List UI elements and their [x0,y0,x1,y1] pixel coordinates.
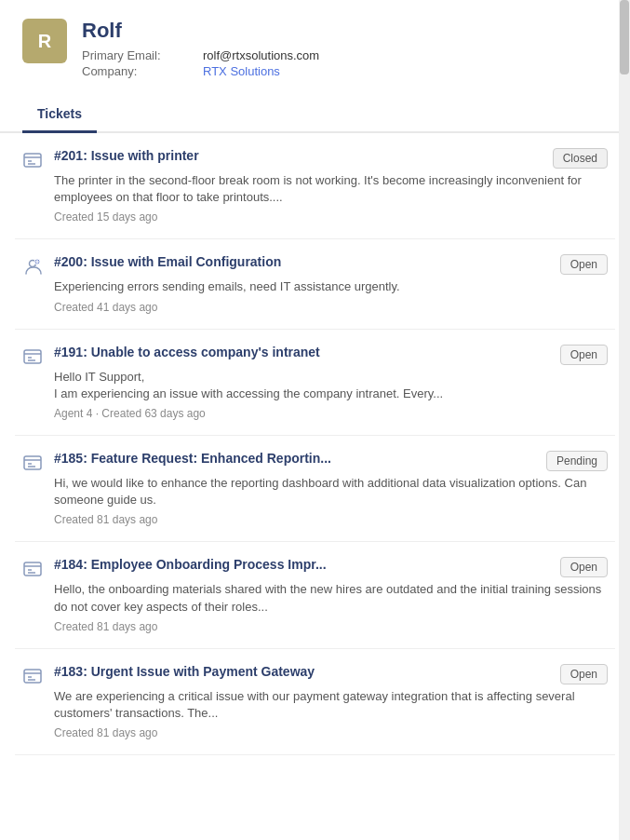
svg-rect-8 [24,350,41,363]
tabs-section: Tickets [0,97,630,133]
ticket-meta: Agent 4 · Created 63 days ago [54,407,608,420]
ticket-icon [22,559,43,579]
ticket-meta: Created 81 days ago [54,513,608,526]
table-row: #200: Issue with Email Configuration Ope… [15,239,615,329]
ticket-icon [22,453,43,473]
status-badge: Closed [553,148,608,169]
tab-tickets[interactable]: Tickets [22,97,97,133]
ticket-icon [22,346,43,367]
ticket-title-row: #184: Employee Onboarding Process Impr..… [54,557,608,577]
ticket-meta: Created 41 days ago [54,301,608,314]
ticket-title[interactable]: #200: Issue with Email Configuration [54,254,553,269]
ticket-icon [22,150,43,170]
ticket-icon [22,256,43,277]
ticket-meta: Created 81 days ago [54,620,608,633]
ticket-content: #200: Issue with Email Configuration Ope… [54,254,608,313]
table-row: #183: Urgent Issue with Payment Gateway … [15,649,615,755]
ticket-content: #183: Urgent Issue with Payment Gateway … [54,664,608,739]
ticket-body: Hello, the onboarding materials shared w… [54,581,608,615]
status-badge: Open [560,557,608,577]
ticket-meta: Created 15 days ago [54,210,608,224]
ticket-content: #191: Unable to access company's intrane… [54,345,608,420]
status-badge: Open [560,345,608,365]
email-label: Primary Email: [82,48,203,62]
scrollbar-thumb[interactable] [620,0,629,75]
ticket-content: #185: Feature Request: Enhanced Reportin… [54,451,608,526]
ticket-content: #201: Issue with printer Closed The prin… [54,148,608,224]
ticket-title[interactable]: #201: Issue with printer [54,148,545,163]
ticket-meta: Created 81 days ago [54,726,608,739]
table-row: #184: Employee Onboarding Process Impr..… [15,542,615,648]
ticket-list: #201: Issue with printer Closed The prin… [0,133,630,755]
status-badge: Pending [546,451,608,471]
status-badge: Open [560,254,608,275]
ticket-body: Experiencing errors sending emails, need… [54,278,608,295]
ticket-body: The printer in the second-floor break ro… [54,172,608,206]
ticket-title-row: #183: Urgent Issue with Payment Gateway … [54,664,608,684]
ticket-body: Hello IT Support, I am experiencing an i… [54,369,608,402]
ticket-content: #184: Employee Onboarding Process Impr..… [54,557,608,632]
profile-info: Rolf Primary Email: rolf@rtxsolutions.co… [82,19,608,78]
svg-rect-12 [24,456,41,469]
ticket-body: We are experiencing a critical issue wit… [54,688,608,722]
avatar-initial: R [38,31,51,52]
ticket-body: Hi, we would like to enhance the reporti… [54,475,608,508]
ticket-title-row: #185: Feature Request: Enhanced Reportin… [54,451,608,471]
ticket-title-row: #191: Unable to access company's intrane… [54,345,608,365]
svg-rect-0 [24,154,41,167]
ticket-title-row: #201: Issue with printer Closed [54,148,608,169]
svg-rect-20 [24,670,41,683]
ticket-title[interactable]: #183: Urgent Issue with Payment Gateway [54,664,553,679]
table-row: #201: Issue with printer Closed The prin… [15,133,615,239]
svg-rect-16 [24,562,41,576]
profile-meta: Primary Email: rolf@rtxsolutions.com Com… [82,48,608,78]
company-label: Company: [82,64,203,78]
profile-name: Rolf [82,19,608,43]
profile-section: R Rolf Primary Email: rolf@rtxsolutions.… [0,0,630,93]
table-row: #191: Unable to access company's intrane… [15,330,615,436]
status-badge: Open [560,664,608,684]
ticket-title[interactable]: #191: Unable to access company's intrane… [54,345,553,359]
ticket-title[interactable]: #185: Feature Request: Enhanced Reportin… [54,451,539,466]
avatar: R [22,19,67,63]
ticket-icon [22,666,43,686]
scrollbar-track[interactable] [619,0,630,840]
ticket-title-row: #200: Issue with Email Configuration Ope… [54,254,608,275]
email-value: rolf@rtxsolutions.com [203,48,608,62]
ticket-title[interactable]: #184: Employee Onboarding Process Impr..… [54,557,553,572]
company-link[interactable]: RTX Solutions [203,64,608,78]
table-row: #185: Feature Request: Enhanced Reportin… [15,436,615,542]
